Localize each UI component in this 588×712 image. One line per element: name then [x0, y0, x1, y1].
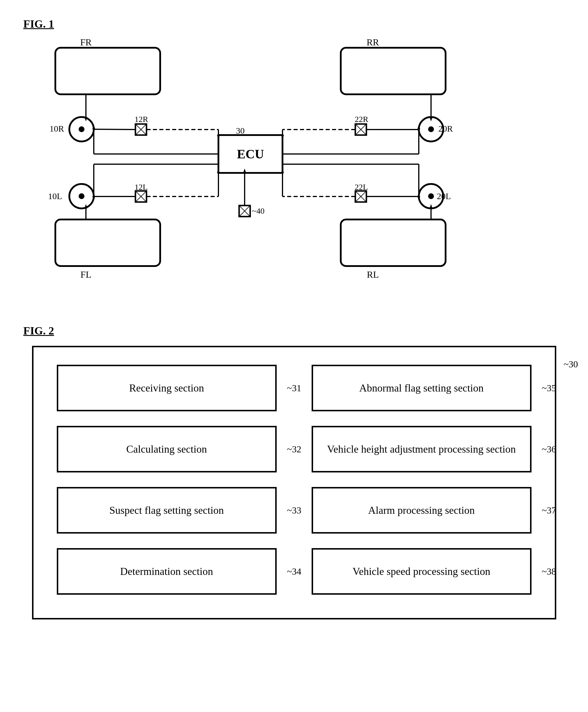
svg-text:20R: 20R [438, 124, 453, 133]
fig2-diagram: ~30 Receiving section ~31 Abnormal flag … [32, 346, 556, 620]
suspect-flag-section: Suspect flag setting section ~33 [57, 487, 277, 534]
svg-rect-1 [341, 48, 446, 94]
vehicle-speed-section: Vehicle speed processing section ~38 [312, 548, 531, 595]
svg-line-23 [135, 124, 146, 135]
svg-text:FR: FR [80, 39, 92, 47]
svg-text:12L: 12L [134, 182, 148, 192]
alarm-section: Alarm processing section ~37 [312, 487, 531, 534]
svg-text:FL: FL [80, 269, 91, 280]
svg-point-14 [428, 126, 434, 132]
svg-point-9 [69, 117, 94, 142]
svg-marker-52 [281, 135, 284, 139]
svg-text:10R: 10R [49, 124, 64, 133]
svg-marker-81 [417, 196, 420, 200]
svg-marker-49 [217, 169, 220, 173]
svg-text:10L: 10L [48, 191, 62, 201]
svg-rect-33 [355, 191, 366, 202]
fig2-grid: Receiving section ~31 Abnormal flag sett… [57, 365, 531, 595]
svg-marker-68 [429, 204, 433, 209]
svg-marker-59 [84, 117, 87, 122]
svg-line-38 [239, 206, 250, 217]
svg-text:~40: ~40 [252, 207, 265, 215]
svg-point-11 [69, 184, 94, 209]
svg-text:22R: 22R [355, 115, 369, 124]
svg-rect-37 [239, 206, 250, 217]
svg-point-15 [419, 184, 443, 209]
svg-marker-65 [429, 117, 433, 122]
fig1-title: FIG. 1 [23, 18, 565, 30]
fig2-title: FIG. 2 [23, 324, 565, 337]
svg-marker-78 [417, 125, 420, 129]
svg-rect-29 [355, 124, 366, 135]
svg-marker-57 [243, 169, 246, 173]
svg-point-16 [428, 193, 434, 199]
svg-marker-46 [217, 135, 220, 139]
svg-text:12R: 12R [134, 115, 148, 124]
svg-line-35 [355, 191, 366, 202]
svg-line-34 [355, 191, 366, 202]
svg-line-27 [135, 191, 146, 202]
svg-rect-3 [341, 219, 446, 266]
fig2-ref-label: ~30 [564, 359, 578, 370]
fig1-diagram: FR RR FL RL 10R 10L 20R 20L 12R [32, 39, 556, 301]
svg-line-39 [239, 206, 250, 217]
svg-marker-75 [92, 196, 95, 200]
svg-text:ECU: ECU [237, 147, 264, 161]
receiving-section: Receiving section ~31 [57, 365, 277, 411]
svg-line-31 [355, 124, 366, 135]
svg-marker-55 [281, 169, 284, 173]
svg-line-26 [135, 191, 146, 202]
svg-rect-2 [55, 219, 160, 266]
svg-point-13 [419, 117, 443, 142]
svg-rect-25 [135, 191, 146, 202]
svg-point-12 [79, 193, 84, 199]
svg-marker-72 [92, 125, 95, 129]
determination-section: Determination section ~34 [57, 548, 277, 595]
svg-line-30 [355, 124, 366, 135]
svg-text:RL: RL [367, 269, 379, 280]
svg-text:22L: 22L [355, 182, 368, 192]
svg-point-10 [79, 126, 84, 132]
svg-rect-21 [135, 124, 146, 135]
svg-line-60 [94, 129, 135, 130]
abnormal-flag-section: Abnormal flag setting section ~35 [312, 365, 531, 411]
svg-line-22 [135, 124, 146, 135]
svg-rect-0 [55, 48, 160, 94]
vehicle-height-section: Vehicle height adjustment processing sec… [312, 426, 531, 472]
calculating-section: Calculating section ~32 [57, 426, 277, 472]
svg-text:20L: 20L [437, 191, 451, 201]
svg-marker-62 [84, 204, 87, 209]
svg-rect-41 [218, 135, 282, 173]
svg-text:30: 30 [236, 126, 245, 135]
svg-text:RR: RR [366, 39, 379, 47]
